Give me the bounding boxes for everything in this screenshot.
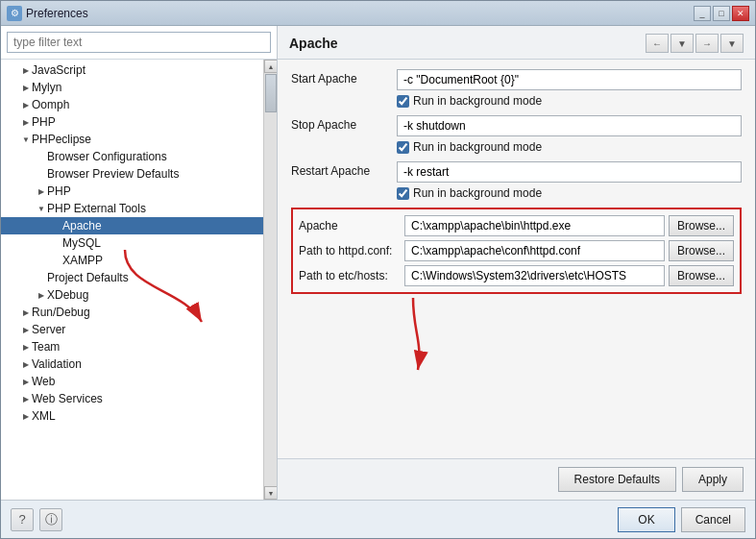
sidebar-item-browser-preview[interactable]: Browser Preview Defaults <box>1 165 263 183</box>
restore-defaults-button[interactable]: Restore Defaults <box>558 467 676 492</box>
forward-dropdown-button[interactable]: ▼ <box>720 34 744 53</box>
expand-icon: ▶ <box>20 82 32 93</box>
sidebar-item-project-defaults[interactable]: Project Defaults <box>1 269 263 286</box>
apache-exe-browse-button[interactable]: Browse... <box>669 215 734 236</box>
etc-hosts-browse-button[interactable]: Browse... <box>669 265 734 286</box>
stop-apache-background-checkbox[interactable] <box>397 141 409 154</box>
restart-apache-fields: Run in background mode <box>397 161 742 200</box>
start-apache-background-label: Run in background mode <box>413 94 542 108</box>
ok-button[interactable]: OK <box>618 507 674 532</box>
back-button[interactable]: ← <box>646 34 669 53</box>
apache-exe-input[interactable] <box>404 215 665 236</box>
sidebar-item-mylyn[interactable]: ▶ Mylyn <box>1 79 263 96</box>
sidebar-item-javascript[interactable]: ▶ JavaScript <box>1 61 263 79</box>
stop-apache-label: Stop Apache <box>291 115 397 132</box>
sidebar-item-xdebug[interactable]: ▶ XDebug <box>1 286 263 304</box>
filter-input[interactable] <box>7 32 271 53</box>
help-icon: ? <box>18 512 25 527</box>
apache-exe-label: Apache <box>299 219 404 233</box>
bottom-left: ? ⓘ <box>11 508 62 531</box>
sidebar-item-phpeclipse[interactable]: ▼ PHPeclipse <box>1 131 263 148</box>
sidebar-item-xampp[interactable]: XAMPP <box>1 252 263 269</box>
sidebar-item-php-external-tools[interactable]: ▼ PHP External Tools <box>1 200 263 217</box>
restart-apache-background-checkbox[interactable] <box>397 187 409 200</box>
etc-hosts-row: Path to etc/hosts: Browse... <box>299 265 734 286</box>
stop-apache-command[interactable] <box>397 115 742 136</box>
bottom-bar: ? ⓘ OK Cancel <box>1 500 755 538</box>
back-dropdown-button[interactable]: ▼ <box>671 34 694 53</box>
sidebar-item-browser-configs[interactable]: Browser Configurations <box>1 148 263 165</box>
start-apache-background-checkbox[interactable] <box>397 95 409 108</box>
expand-icon <box>51 255 62 266</box>
filter-box <box>1 26 277 60</box>
sidebar-item-php[interactable]: ▶ PHP <box>1 113 263 131</box>
sidebar-item-team[interactable]: ▶ Team <box>1 338 263 355</box>
scroll-down-button[interactable]: ▼ <box>264 486 277 500</box>
sidebar-item-oomph[interactable]: ▶ Oomph <box>1 96 263 113</box>
maximize-button[interactable]: □ <box>713 6 730 21</box>
expand-icon <box>51 220 62 232</box>
start-apache-command[interactable] <box>397 69 742 90</box>
expand-icon: ▶ <box>20 393 32 404</box>
etc-hosts-input[interactable] <box>404 265 665 286</box>
scroll-thumb[interactable] <box>265 74 277 112</box>
info-button[interactable]: ⓘ <box>39 508 62 531</box>
sidebar-item-web-services[interactable]: ▶ Web Services <box>1 390 263 407</box>
sidebar-item-label: Project Defaults <box>47 271 129 284</box>
window-controls: _ □ ✕ <box>694 6 749 21</box>
sidebar-item-label: JavaScript <box>32 63 85 77</box>
sidebar-item-apache[interactable]: Apache <box>1 217 263 234</box>
help-button[interactable]: ? <box>11 508 34 531</box>
restart-apache-command[interactable] <box>397 161 742 183</box>
sidebar-item-run-debug[interactable]: ▶ Run/Debug <box>1 304 263 321</box>
httpd-conf-input[interactable] <box>404 240 665 261</box>
titlebar: ⚙ Preferences _ □ ✕ <box>1 1 755 26</box>
info-icon: ⓘ <box>45 511 58 528</box>
start-apache-background-row: Run in background mode <box>397 94 742 108</box>
sidebar-item-label: PHP <box>47 184 71 198</box>
sidebar-item-label: XML <box>32 409 56 423</box>
sidebar-item-php-sub[interactable]: ▶ PHP <box>1 183 263 200</box>
sidebar-item-server[interactable]: ▶ Server <box>1 321 263 338</box>
bottom-right: OK Cancel <box>618 507 745 532</box>
sidebar-item-mysql[interactable]: MySQL <box>1 234 263 252</box>
expand-icon: ▶ <box>20 116 32 128</box>
expand-icon: ▶ <box>20 358 32 370</box>
sidebar-scrollbar[interactable]: ▲ ▼ <box>263 60 277 500</box>
stop-apache-background-label: Run in background mode <box>413 140 542 154</box>
panel-title: Apache <box>289 36 338 51</box>
scroll-track[interactable] <box>264 73 277 486</box>
expand-icon: ▶ <box>20 99 32 110</box>
window-title: Preferences <box>26 7 88 20</box>
cancel-button[interactable]: Cancel <box>681 507 745 532</box>
sidebar-item-label: PHP External Tools <box>47 202 146 215</box>
sidebar-item-label: Browser Configurations <box>47 150 167 163</box>
expand-icon: ▼ <box>36 203 47 214</box>
restart-apache-background-row: Run in background mode <box>397 186 742 200</box>
apply-button[interactable]: Apply <box>682 467 744 492</box>
sidebar: ▶ JavaScript ▶ Mylyn ▶ Oomph ▶ PHP <box>1 26 278 500</box>
sidebar-item-validation[interactable]: ▶ Validation <box>1 355 263 373</box>
forward-button[interactable]: → <box>695 34 719 53</box>
restart-apache-row: Restart Apache Run in background mode <box>291 161 742 200</box>
panel-header: Apache ← ▼ → ▼ <box>278 26 755 60</box>
titlebar-left: ⚙ Preferences <box>7 6 88 21</box>
sidebar-item-label: Web <box>32 375 55 388</box>
sidebar-item-label: Browser Preview Defaults <box>47 167 179 181</box>
minimize-button[interactable]: _ <box>694 6 711 21</box>
close-button[interactable]: ✕ <box>732 6 749 21</box>
httpd-conf-browse-button[interactable]: Browse... <box>669 240 734 261</box>
sidebar-item-xml[interactable]: ▶ XML <box>1 407 263 425</box>
sidebar-item-label: PHP <box>32 115 56 129</box>
stop-apache-fields: Run in background mode <box>397 115 742 154</box>
start-apache-fields: Run in background mode <box>397 69 742 108</box>
scroll-up-button[interactable]: ▲ <box>264 60 277 73</box>
sidebar-item-label: Validation <box>32 357 82 371</box>
expand-icon: ▶ <box>20 306 32 318</box>
expand-icon: ▼ <box>20 134 32 145</box>
expand-icon <box>51 237 62 249</box>
sidebar-item-web[interactable]: ▶ Web <box>1 373 263 390</box>
start-apache-label: Start Apache <box>291 69 397 86</box>
main-content: ▶ JavaScript ▶ Mylyn ▶ Oomph ▶ PHP <box>1 26 755 500</box>
etc-hosts-label: Path to etc/hosts: <box>299 269 404 282</box>
